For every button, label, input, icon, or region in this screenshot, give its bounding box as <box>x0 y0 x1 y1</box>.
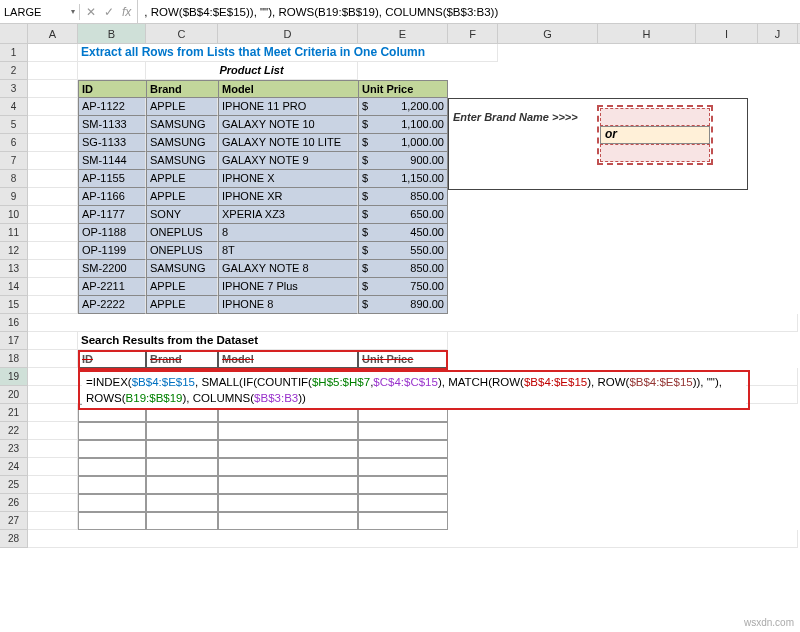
col-header-D[interactable]: D <box>218 24 358 43</box>
cell-price[interactable]: $650.00 <box>358 206 448 224</box>
cell-id[interactable]: AP-1166 <box>78 188 146 206</box>
col-header-F[interactable]: F <box>448 24 498 43</box>
cell-brand[interactable]: SAMSUNG <box>146 260 218 278</box>
cell-brand[interactable]: APPLE <box>146 296 218 314</box>
header-brand[interactable]: Brand <box>146 80 218 98</box>
row-header[interactable]: 22 <box>0 422 28 440</box>
col-header-I[interactable]: I <box>696 24 758 43</box>
row-header[interactable]: 16 <box>0 314 28 332</box>
cell-brand[interactable]: ONEPLUS <box>146 242 218 260</box>
cell-model[interactable]: IPHONE X <box>218 170 358 188</box>
col-header-J[interactable]: J <box>758 24 798 43</box>
result-cell[interactable] <box>78 422 146 440</box>
row-header[interactable]: 19 <box>0 368 28 386</box>
cell-model[interactable]: GALAXY NOTE 9 <box>218 152 358 170</box>
cell-model[interactable]: GALAXY NOTE 10 LITE <box>218 134 358 152</box>
cell-price[interactable]: $450.00 <box>358 224 448 242</box>
cell-brand[interactable]: APPLE <box>146 98 218 116</box>
result-cell[interactable] <box>218 422 358 440</box>
cell-price[interactable]: $1,200.00 <box>358 98 448 116</box>
cell-formula-editor[interactable]: =INDEX($B$4:$E$15, SMALL(IF(COUNTIF($H$5… <box>82 372 746 408</box>
cell-brand[interactable]: APPLE <box>146 278 218 296</box>
col-header-A[interactable]: A <box>28 24 78 43</box>
cell-model[interactable]: GALAXY NOTE 8 <box>218 260 358 278</box>
row-header[interactable]: 18 <box>0 350 28 368</box>
result-cell[interactable] <box>146 512 218 530</box>
fx-icon[interactable]: fx <box>122 5 131 19</box>
cell-brand[interactable]: SAMSUNG <box>146 152 218 170</box>
row-header[interactable]: 6 <box>0 134 28 152</box>
result-cell[interactable] <box>78 458 146 476</box>
cell-model[interactable]: IPHONE 7 Plus <box>218 278 358 296</box>
result-cell[interactable] <box>146 440 218 458</box>
cell-id[interactable]: OP-1199 <box>78 242 146 260</box>
result-cell[interactable] <box>358 458 448 476</box>
brand-input-1[interactable] <box>600 108 710 126</box>
result-cell[interactable] <box>146 494 218 512</box>
result-cell[interactable] <box>146 476 218 494</box>
row-header[interactable]: 4 <box>0 98 28 116</box>
result-cell[interactable] <box>218 512 358 530</box>
result-cell[interactable] <box>78 494 146 512</box>
search-header-id[interactable]: ID <box>78 350 146 368</box>
cell-price[interactable]: $850.00 <box>358 188 448 206</box>
cell-price[interactable]: $750.00 <box>358 278 448 296</box>
cell-price[interactable]: $550.00 <box>358 242 448 260</box>
cell-brand[interactable]: APPLE <box>146 188 218 206</box>
result-cell[interactable] <box>358 422 448 440</box>
search-header-price[interactable]: Unit Price <box>358 350 448 368</box>
row-header[interactable]: 23 <box>0 440 28 458</box>
row-header[interactable]: 20 <box>0 386 28 404</box>
brand-input-2[interactable] <box>600 144 710 162</box>
col-header-C[interactable]: C <box>146 24 218 43</box>
search-header-brand[interactable]: Brand <box>146 350 218 368</box>
col-header-B[interactable]: B <box>78 24 146 43</box>
select-all-corner[interactable] <box>0 24 28 43</box>
row-header[interactable]: 2 <box>0 62 28 80</box>
cell-id[interactable]: AP-2222 <box>78 296 146 314</box>
cell-model[interactable]: XPERIA XZ3 <box>218 206 358 224</box>
row-header[interactable]: 14 <box>0 278 28 296</box>
result-cell[interactable] <box>218 458 358 476</box>
result-cell[interactable] <box>78 476 146 494</box>
row-header[interactable]: 8 <box>0 170 28 188</box>
result-cell[interactable] <box>218 494 358 512</box>
row-header[interactable]: 21 <box>0 404 28 422</box>
cell-id[interactable]: SM-1144 <box>78 152 146 170</box>
result-cell[interactable] <box>78 512 146 530</box>
cell-id[interactable]: AP-1122 <box>78 98 146 116</box>
result-cell[interactable] <box>146 458 218 476</box>
result-cell[interactable] <box>358 494 448 512</box>
cell-id[interactable]: OP-1188 <box>78 224 146 242</box>
search-header-model[interactable]: Model <box>218 350 358 368</box>
row-header[interactable]: 25 <box>0 476 28 494</box>
result-cell[interactable] <box>218 440 358 458</box>
cell-id[interactable]: SM-2200 <box>78 260 146 278</box>
row-header[interactable]: 12 <box>0 242 28 260</box>
row-header[interactable]: 9 <box>0 188 28 206</box>
col-header-H[interactable]: H <box>598 24 696 43</box>
cell-brand[interactable]: SONY <box>146 206 218 224</box>
row-header[interactable]: 24 <box>0 458 28 476</box>
cell-price[interactable]: $1,000.00 <box>358 134 448 152</box>
col-header-E[interactable]: E <box>358 24 448 43</box>
cell-price[interactable]: $900.00 <box>358 152 448 170</box>
result-cell[interactable] <box>146 422 218 440</box>
cell-id[interactable]: SG-1133 <box>78 134 146 152</box>
result-cell[interactable] <box>358 476 448 494</box>
cell-model[interactable]: GALAXY NOTE 10 <box>218 116 358 134</box>
row-header[interactable]: 13 <box>0 260 28 278</box>
cell-id[interactable]: AP-2211 <box>78 278 146 296</box>
cell-price[interactable]: $850.00 <box>358 260 448 278</box>
row-header[interactable]: 1 <box>0 44 28 62</box>
header-id[interactable]: ID <box>78 80 146 98</box>
row-header[interactable]: 27 <box>0 512 28 530</box>
result-cell[interactable] <box>358 512 448 530</box>
row-header[interactable]: 5 <box>0 116 28 134</box>
col-header-G[interactable]: G <box>498 24 598 43</box>
row-header[interactable]: 26 <box>0 494 28 512</box>
row-header[interactable]: 11 <box>0 224 28 242</box>
cell-price[interactable]: $1,150.00 <box>358 170 448 188</box>
row-header[interactable]: 3 <box>0 80 28 98</box>
cell-id[interactable]: SM-1133 <box>78 116 146 134</box>
